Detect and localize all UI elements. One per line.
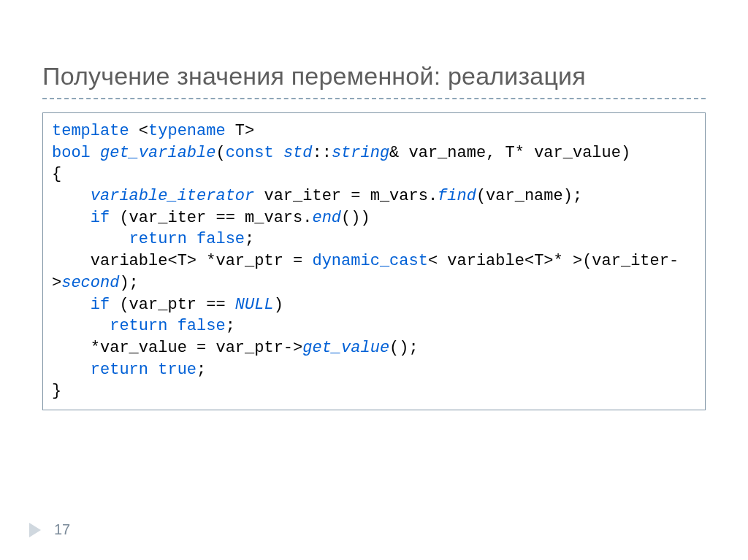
l8-mid: (var_ptr == xyxy=(110,296,235,314)
l4-mid: var_iter = m_vars. xyxy=(254,187,438,205)
l7-close: ); xyxy=(119,274,138,292)
kw-const: const xyxy=(226,144,274,162)
kw-return-2: return xyxy=(110,317,167,335)
kw-if: if xyxy=(91,209,110,227)
kw-template: template xyxy=(52,122,129,140)
l5-tail: ()) xyxy=(341,209,370,227)
code-block: template <typename T> bool get_variable(… xyxy=(52,120,696,402)
fn-get-value: get_value xyxy=(302,339,389,357)
sig-rest: & var_name, T* var_value) xyxy=(389,144,630,162)
slide-title: Получение значения переменной: реализаци… xyxy=(42,62,726,91)
l8-tail: ) xyxy=(274,296,283,314)
kw-if-2: if xyxy=(91,296,110,314)
fn-end: end xyxy=(312,209,341,227)
kw-bool: bool xyxy=(52,144,91,162)
type-T: T xyxy=(235,122,245,140)
fn-get-variable: get_variable xyxy=(100,144,215,162)
l4-tail: (var_name); xyxy=(476,187,582,205)
brace-open: { xyxy=(52,165,61,183)
type-variable-iterator: variable_iterator xyxy=(91,187,254,205)
kw-false-2: false xyxy=(178,317,226,335)
null-literal: NULL xyxy=(235,296,274,314)
page-footer: 17 xyxy=(29,521,70,538)
triangle-marker-icon xyxy=(29,523,41,537)
kw-return-3: return xyxy=(91,361,148,379)
kw-true: true xyxy=(158,361,196,379)
code-box: template <typename T> bool get_variable(… xyxy=(42,112,706,410)
kw-dynamic-cast: dynamic_cast xyxy=(312,252,427,270)
divider xyxy=(42,98,706,99)
l7-prefix: variable<T> *var_ptr = xyxy=(52,252,312,270)
brace-close: } xyxy=(52,382,61,400)
fn-find: find xyxy=(438,187,476,205)
l10-prefix: *var_value = var_ptr-> xyxy=(52,339,302,357)
slide: Получение значения переменной: реализаци… xyxy=(0,0,748,560)
l5-mid: (var_iter == m_vars. xyxy=(110,209,312,227)
kw-return: return xyxy=(129,230,187,248)
type-string: string xyxy=(332,144,389,162)
page-number: 17 xyxy=(54,521,70,538)
member-second: second xyxy=(61,274,119,292)
kw-false: false xyxy=(196,230,245,248)
kw-typename: typename xyxy=(148,122,226,140)
l10-tail: (); xyxy=(389,339,419,357)
ns-std: std xyxy=(283,144,313,162)
